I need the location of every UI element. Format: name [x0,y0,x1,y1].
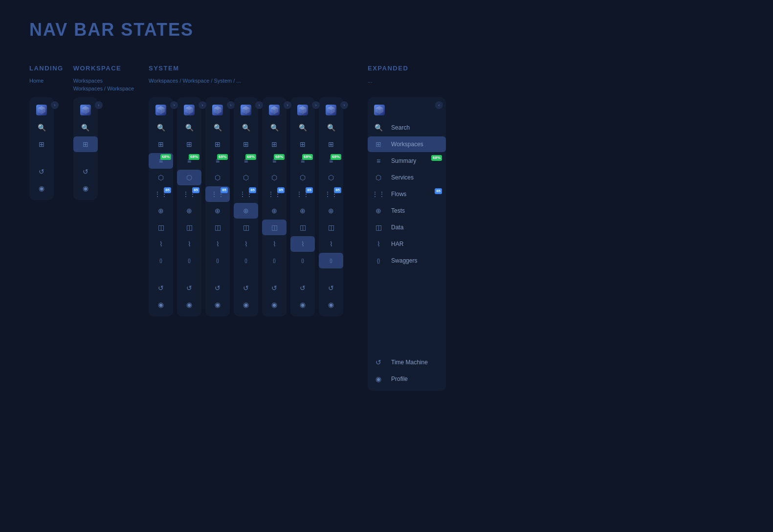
nav-har-expanded[interactable]: ⌇ HAR [368,236,446,252]
nav-data-s2[interactable]: ◫ [177,220,201,235]
nav-services-expanded[interactable]: ⬡ Services [368,170,446,185]
nav-tests-s3[interactable]: ⊕ [205,203,230,219]
nav-logo-s3[interactable] [205,101,230,119]
chevron-sys2[interactable]: › [199,101,206,109]
nav-tests-s7[interactable]: ⊕ [319,203,343,219]
nav-data-s7[interactable]: ◫ [319,220,343,235]
nav-har-s7[interactable]: ⌇ [319,236,343,252]
nav-summary-s2[interactable]: ≡ 68% [177,153,201,169]
nav-services-s1[interactable]: ⬡ [149,170,173,185]
nav-logo-workspace[interactable] [73,101,98,119]
nav-tests-s6[interactable]: ⊕ [290,203,315,219]
chevron-sys5[interactable]: › [284,101,291,109]
nav-logo-s5[interactable] [262,101,287,119]
nav-summary-s6[interactable]: ≡ 68% [290,153,315,169]
nav-data-s5[interactable]: ◫ [262,220,287,235]
nav-flows-s1[interactable]: ⋮⋮ 85 [149,186,173,202]
nav-tests-s2[interactable]: ⊕ [177,203,201,219]
nav-har-s1[interactable]: ⌇ [149,236,173,252]
nav-data-expanded[interactable]: ◫ Data [368,220,446,235]
nav-time-workspace[interactable]: ↺ [73,164,98,179]
chevron-landing[interactable]: › [51,101,59,109]
nav-profile-s3[interactable]: ◉ [205,297,230,312]
nav-swagger-s3[interactable]: {} [205,253,230,268]
nav-swagger-s5[interactable]: {} [262,253,287,268]
nav-profile-s7[interactable]: ◉ [319,297,343,312]
nav-services-s5[interactable]: ⬡ [262,170,287,185]
nav-services-s2[interactable]: ⬡ [177,170,201,185]
nav-workspaces-landing[interactable]: ⊞ [29,136,54,152]
nav-workspaces-expanded[interactable]: ⊞ Workspaces [368,136,446,152]
nav-time-s1[interactable]: ↺ [149,280,173,296]
nav-ws-s7[interactable]: ⊞ [319,136,343,152]
nav-ws-s2[interactable]: ⊞ [177,136,201,152]
nav-ws-s4[interactable]: ⊞ [234,136,258,152]
nav-profile-s1[interactable]: ◉ [149,297,173,312]
nav-tests-s5[interactable]: ⊕ [262,203,287,219]
nav-logo-s7[interactable] [319,101,343,119]
chevron-sys3[interactable]: › [227,101,235,109]
nav-time-landing[interactable]: ↺ [29,164,54,179]
nav-search-s4[interactable]: 🔍 [234,120,258,135]
nav-swagger-s6[interactable]: {} [290,253,315,268]
nav-logo-s6[interactable] [290,101,315,119]
nav-profile-s5[interactable]: ◉ [262,297,287,312]
nav-logo-s4[interactable] [234,101,258,119]
nav-flows-expanded[interactable]: ⋮⋮ Flows 85 [368,186,446,202]
nav-profile-expanded[interactable]: ◉ Profile [368,371,446,387]
nav-time-s2[interactable]: ↺ [177,280,201,296]
nav-logo-s1[interactable] [149,101,173,119]
nav-flows-s3[interactable]: ⋮⋮ 85 [205,186,230,202]
nav-time-s4[interactable]: ↺ [234,280,258,296]
nav-data-s3[interactable]: ◫ [205,220,230,235]
chevron-sys4[interactable]: › [255,101,263,109]
nav-search-workspace[interactable]: 🔍 [73,120,98,135]
nav-search-s6[interactable]: 🔍 [290,120,315,135]
nav-data-s6[interactable]: ◫ [290,220,315,235]
nav-flows-s2[interactable]: ⋮⋮ 85 [177,186,201,202]
nav-swagger-s4[interactable]: {} [234,253,258,268]
nav-profile-s2[interactable]: ◉ [177,297,201,312]
nav-time-s3[interactable]: ↺ [205,280,230,296]
nav-services-s7[interactable]: ⬡ [319,170,343,185]
nav-tests-s1[interactable]: ⊕ [149,203,173,219]
nav-swagger-s7[interactable]: {} [319,253,343,268]
nav-summary-s1[interactable]: ≡ 68% [149,153,173,169]
nav-profile-landing[interactable]: ◉ [29,180,54,196]
nav-workspaces-workspace[interactable]: ⊞ [73,136,98,152]
nav-services-s6[interactable]: ⬡ [290,170,315,185]
nav-search-s2[interactable]: 🔍 [177,120,201,135]
chevron-sys1[interactable]: › [170,101,178,109]
nav-search-expanded[interactable]: 🔍 Search [368,120,446,135]
nav-ws-s5[interactable]: ⊞ [262,136,287,152]
nav-data-s4[interactable]: ◫ [234,220,258,235]
nav-har-s3[interactable]: ⌇ [205,236,230,252]
nav-search-s1[interactable]: 🔍 [149,120,173,135]
nav-har-s4[interactable]: ⌇ [234,236,258,252]
nav-har-s2[interactable]: ⌇ [177,236,201,252]
nav-tests-expanded[interactable]: ⊕ Tests [368,203,446,219]
nav-data-s1[interactable]: ◫ [149,220,173,235]
nav-swagger-s1[interactable]: {} [149,253,173,268]
nav-time-expanded[interactable]: ↺ Time Machine [368,355,446,370]
nav-swaggers-expanded[interactable]: {} Swaggers [368,253,446,268]
nav-flows-s5[interactable]: ⋮⋮ 85 [262,186,287,202]
nav-profile-s6[interactable]: ◉ [290,297,315,312]
nav-services-s3[interactable]: ⬡ [205,170,230,185]
nav-search-s7[interactable]: 🔍 [319,120,343,135]
chevron-sys6[interactable]: › [312,101,320,109]
nav-time-s5[interactable]: ↺ [262,280,287,296]
nav-flows-s4[interactable]: ⋮⋮ 85 [234,186,258,202]
nav-har-s5[interactable]: ⌇ [262,236,287,252]
nav-flows-s7[interactable]: ⋮⋮ 85 [319,186,343,202]
nav-har-s6[interactable]: ⌇ [290,236,315,252]
chevron-sys7[interactable]: › [340,101,348,109]
nav-summary-s4[interactable]: ≡ 68% [234,153,258,169]
nav-search-s3[interactable]: 🔍 [205,120,230,135]
nav-logo-s2[interactable] [177,101,201,119]
nav-summary-s7[interactable]: ≡ 68% [319,153,343,169]
nav-search-landing[interactable]: 🔍 [29,120,54,135]
nav-services-s4[interactable]: ⬡ [234,170,258,185]
nav-tests-s4[interactable]: ⊕ [234,203,258,219]
nav-flows-s6[interactable]: ⋮⋮ 85 [290,186,315,202]
